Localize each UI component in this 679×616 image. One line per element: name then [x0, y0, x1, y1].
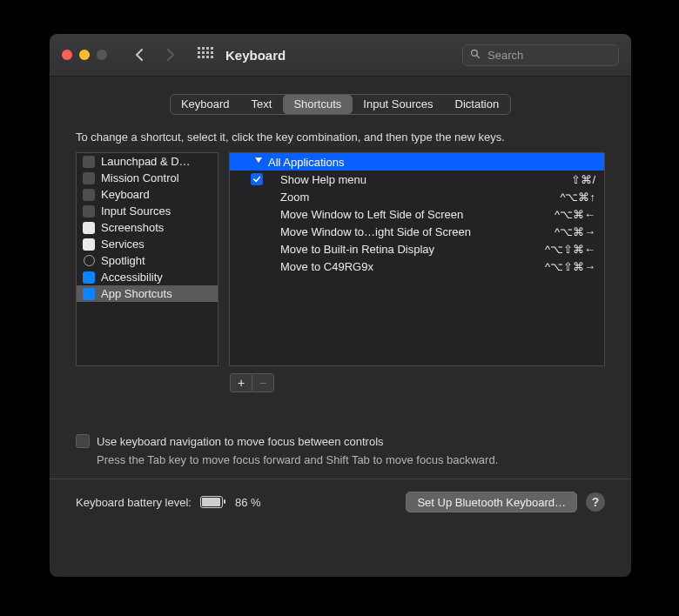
shortcut-group-header[interactable]: All Applications	[230, 153, 604, 171]
remove-shortcut-button[interactable]: −	[252, 373, 274, 392]
category-spotlight[interactable]: Spotlight	[77, 252, 218, 269]
screenshots-icon	[82, 221, 96, 235]
battery-percent: 86 %	[235, 496, 261, 509]
search-field[interactable]	[462, 44, 619, 66]
tab-shortcuts[interactable]: Shortcuts	[283, 95, 353, 114]
shortcut-row[interactable]: Show Help menu ⇧⌘/	[230, 171, 604, 188]
app-shortcuts-icon	[82, 287, 96, 301]
shortcut-row[interactable]: Move to C49RG9x ^⌥⇧⌘→	[230, 258, 604, 275]
shortcut-label: Move to C49RG9x	[280, 260, 536, 273]
keyboard-nav-hint: Press the Tab key to move focus forward …	[97, 453, 605, 466]
tab-keyboard[interactable]: Keyboard	[171, 95, 241, 114]
help-button[interactable]: ?	[586, 492, 605, 512]
category-mission-control[interactable]: Mission Control	[77, 170, 218, 186]
services-icon	[82, 238, 96, 251]
category-label: Launchpad & D…	[101, 155, 191, 168]
category-screenshots[interactable]: Screenshots	[77, 219, 218, 236]
mission-control-icon	[82, 171, 96, 185]
search-input[interactable]	[486, 48, 611, 63]
keyboard-icon	[82, 188, 96, 202]
shortcut-checkbox[interactable]	[251, 173, 263, 185]
battery-icon	[200, 496, 223, 508]
shortcut-label: Move to Built-in Retina Display	[280, 243, 536, 256]
spotlight-icon	[82, 254, 96, 268]
category-services[interactable]: Services	[77, 236, 218, 252]
shortcuts-list[interactable]: All Applications Show Help menu ⇧⌘/ Zoom…	[229, 152, 605, 366]
preferences-window: Keyboard Keyboard Text Shortcuts Input S…	[49, 33, 632, 578]
category-label: App Shortcuts	[101, 287, 172, 300]
category-label: Services	[101, 238, 145, 251]
add-shortcut-button[interactable]: +	[230, 373, 252, 392]
back-button[interactable]	[130, 45, 149, 64]
nav-buttons	[130, 45, 180, 64]
shortcut-keys[interactable]: ⇧⌘/	[571, 173, 595, 186]
category-label: Screenshots	[101, 221, 164, 234]
shortcut-label: Move Window to Left Side of Screen	[280, 208, 546, 221]
tab-dictation[interactable]: Dictation	[445, 95, 511, 114]
category-label: Input Sources	[101, 204, 171, 218]
tab-text[interactable]: Text	[241, 95, 284, 114]
zoom-window-button[interactable]	[97, 50, 107, 60]
categories-list[interactable]: Launchpad & D… Mission Control Keyboard …	[76, 152, 218, 366]
category-label: Mission Control	[101, 171, 179, 184]
keyboard-nav-label: Use keyboard navigation to move focus be…	[97, 435, 384, 448]
category-app-shortcuts[interactable]: App Shortcuts	[77, 285, 218, 302]
minimize-window-button[interactable]	[79, 50, 90, 60]
shortcut-row[interactable]: Move Window to Left Side of Screen ^⌥⌘←	[230, 205, 604, 223]
shortcut-row[interactable]: Zoom ^⌥⌘↑	[230, 188, 604, 205]
window-controls	[62, 50, 107, 60]
battery-label: Keyboard battery level:	[76, 496, 192, 509]
instructions-text: To change a shortcut, select it, click t…	[76, 131, 605, 144]
shortcut-keys[interactable]: ^⌥⌘↑	[560, 191, 595, 204]
category-keyboard[interactable]: Keyboard	[77, 186, 218, 203]
shortcut-row[interactable]: Move Window to…ight Side of Screen ^⌥⌘→	[230, 223, 604, 240]
shortcut-label: Move Window to…ight Side of Screen	[280, 225, 546, 238]
show-all-icon[interactable]	[198, 47, 213, 63]
titlebar: Keyboard	[50, 34, 631, 77]
accessibility-icon	[82, 271, 96, 285]
category-label: Spotlight	[101, 254, 145, 267]
category-launchpad[interactable]: Launchpad & D…	[77, 153, 218, 170]
tab-bar: Keyboard Text Shortcuts Input Sources Di…	[170, 94, 511, 115]
svg-line-1	[477, 55, 480, 57]
shortcut-keys[interactable]: ^⌥⌘→	[555, 225, 595, 238]
shortcut-label: Zoom	[280, 191, 551, 204]
launchpad-icon	[82, 155, 96, 169]
forward-button[interactable]	[161, 45, 180, 64]
setup-bluetooth-button[interactable]: Set Up Bluetooth Keyboard…	[406, 492, 577, 512]
group-label: All Applications	[268, 156, 344, 169]
input-sources-icon	[82, 204, 96, 218]
shortcut-keys[interactable]: ^⌥⇧⌘←	[545, 243, 595, 256]
shortcut-label: Show Help menu	[280, 173, 562, 186]
category-input-sources[interactable]: Input Sources	[77, 203, 218, 219]
tab-input-sources[interactable]: Input Sources	[353, 95, 444, 114]
search-icon	[470, 49, 481, 62]
add-remove-buttons: + −	[230, 373, 631, 392]
category-accessibility[interactable]: Accessibility	[77, 269, 218, 285]
close-window-button[interactable]	[62, 50, 72, 60]
shortcut-keys[interactable]: ^⌥⇧⌘→	[545, 260, 595, 273]
category-label: Keyboard	[101, 188, 150, 201]
shortcut-row[interactable]: Move to Built-in Retina Display ^⌥⇧⌘←	[230, 240, 604, 258]
window-title: Keyboard	[225, 48, 286, 63]
shortcut-keys[interactable]: ^⌥⌘←	[555, 208, 595, 221]
keyboard-nav-checkbox[interactable]	[76, 434, 90, 448]
category-label: Accessibility	[101, 271, 163, 284]
disclosure-triangle-icon[interactable]	[255, 157, 262, 163]
